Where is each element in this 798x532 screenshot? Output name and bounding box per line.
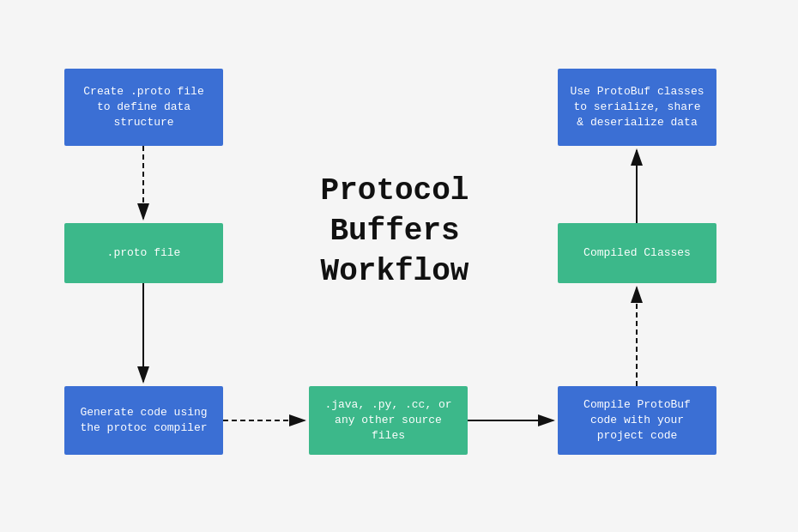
box-compiled-classes: Compiled Classes xyxy=(558,223,716,283)
center-title: Protocol Buffers Workflow xyxy=(296,172,493,292)
box-generate-code: Generate code using the protoc compiler xyxy=(64,386,223,455)
box-create-proto-label: Create .proto file to define data struct… xyxy=(83,84,203,131)
box-source-files-label: .java, .py, .cc, or any other source fil… xyxy=(324,397,451,444)
box-compile-protobuf-label: Compile ProtoBuf code with your project … xyxy=(583,397,691,444)
box-compiled-classes-label: Compiled Classes xyxy=(583,245,691,261)
box-proto-file-label: .proto file xyxy=(107,245,181,261)
center-title-text: Protocol Buffers Workflow xyxy=(321,173,469,289)
box-source-files: .java, .py, .cc, or any other source fil… xyxy=(309,386,468,455)
box-create-proto: Create .proto file to define data struct… xyxy=(64,69,223,146)
box-use-protobuf-label: Use ProtoBuf classes to serialize, share… xyxy=(570,84,704,131)
diagram-container: Create .proto file to define data struct… xyxy=(0,0,798,532)
box-use-protobuf: Use ProtoBuf classes to serialize, share… xyxy=(558,69,716,146)
box-proto-file: .proto file xyxy=(64,223,223,283)
box-compile-protobuf: Compile ProtoBuf code with your project … xyxy=(558,386,716,455)
box-generate-code-label: Generate code using the protoc compiler xyxy=(80,405,207,436)
